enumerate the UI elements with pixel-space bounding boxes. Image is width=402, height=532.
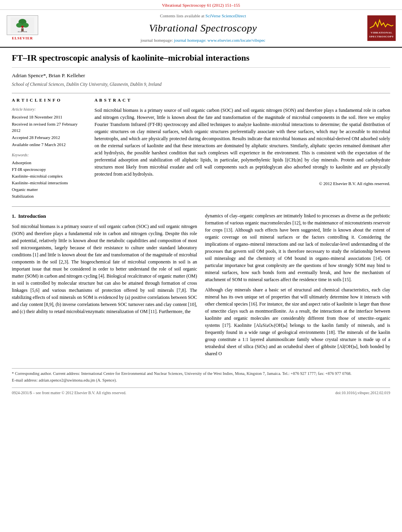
keyword-organic-matter: Organic matter xyxy=(12,187,87,193)
section-divider xyxy=(12,206,390,207)
history-accepted-label: Accepted 28 February 2012 xyxy=(12,135,60,140)
body-left-col: 1. Introduction Soil microbial biomass i… xyxy=(12,212,197,360)
homepage-line: journal homepage: journal homepage: www.… xyxy=(40,37,366,44)
article-info-heading: A R T I C L E I N F O xyxy=(12,97,87,104)
vibspec-logo-text: VIBRATIONALSPECTROSCOPY xyxy=(369,31,394,39)
keyword-adsorption: Adsorption xyxy=(12,160,87,166)
keywords-heading: Keywords: xyxy=(12,152,87,158)
keywords-section: Keywords: Adsorption FT-IR spectroscopy … xyxy=(12,152,87,199)
history-online: Available online 7 March 2012 xyxy=(12,142,87,148)
footnote-star-text: * Corresponding author. Current address:… xyxy=(12,371,390,377)
journal-center-info: Contents lists available at SciVerse Sci… xyxy=(40,13,366,44)
journal-citation-bar: Vibrational Spectroscopy 61 (2012) 151–1… xyxy=(0,0,402,10)
intro-p1: Soil microbial biomass is a primary sour… xyxy=(12,223,197,315)
intro-heading: 1. Introduction xyxy=(12,212,197,220)
homepage-link[interactable]: journal homepage: www.elsevier.com/locat… xyxy=(174,38,265,43)
journal-header: ELSEVIER ELSEVIER Contents lists availab… xyxy=(0,10,402,48)
history-accepted: Accepted 28 February 2012 xyxy=(12,135,87,141)
article-container: FT–IR spectroscopic analysis of kaolinit… xyxy=(0,48,402,404)
keyword-ftir: FT-IR spectroscopy xyxy=(12,167,87,173)
abstract-heading: A B S T R A C T xyxy=(94,97,390,104)
vibspec-chart-icon xyxy=(370,18,393,30)
elsevier-logo: ELSEVIER ELSEVIER xyxy=(5,15,40,41)
history-revised-label: Received in revised form 27 February 201… xyxy=(12,122,78,133)
svg-text:ELSEVIER: ELSEVIER xyxy=(18,31,27,33)
keyword-stabilization: Stabilization xyxy=(12,193,87,200)
page-footer: 0924-2031/$ – see front matter © 2012 El… xyxy=(12,387,390,396)
svg-point-5 xyxy=(21,26,24,28)
sciverse-line: Contents lists available at SciVerse Sci… xyxy=(40,13,366,19)
history-received: Received 18 November 2011 xyxy=(12,114,87,120)
intro-col2-p2: Although clay minerals share a basic set… xyxy=(205,286,391,357)
article-info-column: A R T I C L E I N F O Article history: R… xyxy=(12,97,87,200)
footnote-area: * Corresponding author. Current address:… xyxy=(12,368,390,384)
intro-col2-p1: dynamics of clay–organic complexes are i… xyxy=(205,212,391,283)
article-title: FT–IR spectroscopic analysis of kaolinit… xyxy=(12,52,390,68)
abstract-text: Soil microbial biomass is a primary sour… xyxy=(94,107,390,178)
history-online-label: Available online 7 March 2012 xyxy=(12,142,66,147)
article-affiliation: School of Chemical Sciences, Dublin City… xyxy=(12,81,390,88)
article-info-abstract-section: A R T I C L E I N F O Article history: R… xyxy=(12,93,390,200)
footnote-email: E-mail address: adrian.spence2@uwimona.e… xyxy=(12,378,390,384)
keyword-kaolinite-complex: Kaolinite–microbial complex xyxy=(12,173,87,180)
sciverse-link[interactable]: SciVerse ScienceDirect xyxy=(206,13,246,18)
vibspec-logo-box: VIBRATIONALSPECTROSCOPY xyxy=(367,15,396,41)
history-revised: Received in revised form 27 February 201… xyxy=(12,121,87,134)
body-right-col: dynamics of clay–organic complexes are i… xyxy=(205,212,391,360)
journal-title: Vibrational Spectroscopy xyxy=(40,21,366,36)
journal-logo-right: VIBRATIONALSPECTROSCOPY xyxy=(366,15,397,41)
abstract-column: A B S T R A C T Soil microbial biomass i… xyxy=(94,97,390,200)
copyright-line: © 2012 Elsevier B.V. All rights reserved… xyxy=(94,181,390,187)
elsevier-brand-text: ELSEVIER xyxy=(12,36,33,41)
elsevier-tree-icon: ELSEVIER xyxy=(11,17,34,33)
history-heading: Article history: xyxy=(12,107,87,113)
footer-issn: 0924-2031/$ – see front matter © 2012 El… xyxy=(12,390,126,396)
keyword-kaolinite-interactions: Kaolinite–microbial interactions xyxy=(12,180,87,186)
footer-doi: doi:10.1016/j.vibspec.2012.02.019 xyxy=(335,390,390,396)
elsevier-logo-image: ELSEVIER xyxy=(7,15,38,35)
body-two-col: 1. Introduction Soil microbial biomass i… xyxy=(12,212,390,360)
history-received-label: Received 18 November 2011 xyxy=(12,115,62,119)
journal-citation-text: Vibrational Spectroscopy 61 (2012) 151–1… xyxy=(162,3,240,7)
article-history: Article history: Received 18 November 20… xyxy=(12,107,87,148)
article-authors: Adrian Spence*, Brian P. Kelleher xyxy=(12,72,390,80)
